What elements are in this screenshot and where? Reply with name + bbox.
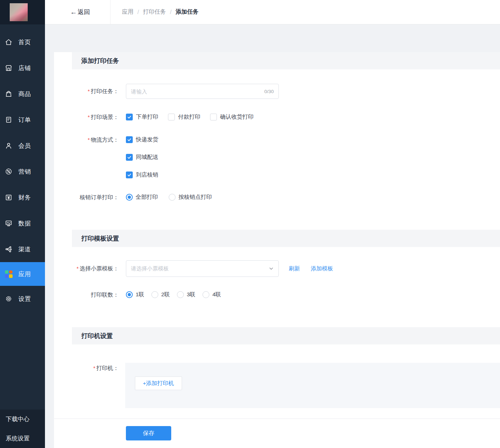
sidebar: 首页 店铺 商品 订单 会员 bbox=[0, 0, 45, 448]
required-mark: * bbox=[88, 114, 90, 120]
required-mark: * bbox=[88, 137, 90, 143]
checkbox-option-order-print[interactable]: 下单打印 bbox=[126, 113, 158, 121]
sidebar-item-data[interactable]: 数据 bbox=[0, 210, 45, 236]
breadcrumb-item-apps[interactable]: 应用 bbox=[122, 8, 133, 16]
back-button[interactable]: ← 返回 bbox=[45, 0, 110, 24]
sidebar-item-members[interactable]: 会员 bbox=[0, 133, 45, 159]
field-label: *打印机： bbox=[54, 363, 119, 372]
radio-unselected-icon[interactable] bbox=[177, 291, 184, 298]
radio-selected-icon[interactable] bbox=[126, 291, 133, 298]
save-area: 保存 bbox=[54, 419, 500, 440]
goods-icon bbox=[4, 90, 13, 98]
sidebar-header bbox=[0, 0, 45, 24]
chevron-down-icon bbox=[269, 266, 274, 271]
breadcrumb-item-print-tasks[interactable]: 打印任务 bbox=[143, 8, 166, 16]
store-icon bbox=[4, 64, 13, 72]
channels-icon bbox=[4, 245, 13, 253]
checkbox-option-instore-verify[interactable]: 到店核销 bbox=[126, 171, 158, 179]
radio-option-print-all[interactable]: 全部打印 bbox=[126, 193, 158, 201]
section-header-printer-settings: 打印机设置 bbox=[72, 327, 500, 344]
template-select[interactable]: 请选择小票模板 bbox=[126, 260, 279, 277]
save-button[interactable]: 保存 bbox=[126, 426, 171, 440]
radio-option-1-copy[interactable]: 1联 bbox=[126, 291, 144, 298]
main-content: 添加打印任务 *打印任务： 0/30 *打印场景： bbox=[45, 24, 500, 448]
radio-option-3-copies[interactable]: 3联 bbox=[177, 291, 195, 298]
apps-icon bbox=[4, 270, 13, 278]
add-printer-button[interactable]: +添加打印机 bbox=[135, 376, 182, 390]
add-template-link[interactable]: 添加模板 bbox=[311, 265, 333, 273]
section-title: 添加打印任务 bbox=[81, 56, 119, 65]
sidebar-item-label: 订单 bbox=[18, 116, 31, 124]
field-printer: *打印机： +添加打印机 bbox=[54, 363, 500, 408]
task-name-input[interactable] bbox=[131, 88, 262, 95]
checkbox-checked-icon[interactable] bbox=[126, 114, 133, 120]
sidebar-footer-label: 系统设置 bbox=[6, 435, 29, 443]
finance-icon bbox=[4, 193, 13, 202]
sidebar-item-finance[interactable]: 财务 bbox=[0, 184, 45, 210]
task-name-input-wrap: 0/30 bbox=[126, 84, 279, 99]
sidebar-footer-label: 下载中心 bbox=[6, 415, 29, 423]
settings-icon bbox=[4, 294, 13, 303]
section-header-add-print-task: 添加打印任务 bbox=[72, 52, 500, 69]
radio-unselected-icon[interactable] bbox=[203, 291, 209, 298]
checkbox-checked-icon[interactable] bbox=[126, 136, 133, 143]
sidebar-item-settings[interactable]: 设置 bbox=[0, 286, 45, 312]
radio-unselected-icon[interactable] bbox=[151, 291, 158, 298]
field-label: 打印联数： bbox=[54, 291, 119, 299]
field-logistics-method: *物流方式： 快递发货 同城配送 bbox=[54, 136, 500, 179]
field-label: *打印任务： bbox=[54, 87, 119, 95]
checkbox-unchecked-icon[interactable] bbox=[168, 114, 175, 120]
sidebar-item-download-center[interactable]: 下载中心 bbox=[0, 410, 45, 429]
radio-option-print-by-verify-point[interactable]: 按核销点打印 bbox=[169, 193, 212, 201]
breadcrumb-separator: / bbox=[137, 9, 139, 15]
field-label: *打印场景： bbox=[54, 113, 119, 121]
sidebar-item-goods[interactable]: 商品 bbox=[0, 81, 45, 107]
breadcrumb-item-add-task: 添加任务 bbox=[176, 8, 199, 16]
data-icon bbox=[4, 219, 13, 228]
sidebar-item-marketing[interactable]: 营销 bbox=[0, 159, 45, 184]
members-icon bbox=[4, 141, 13, 150]
checkbox-unchecked-icon[interactable] bbox=[210, 114, 217, 120]
section-title: 打印模板设置 bbox=[81, 234, 119, 243]
sidebar-item-label: 首页 bbox=[18, 38, 31, 46]
checkbox-option-express-delivery[interactable]: 快递发货 bbox=[126, 136, 158, 143]
char-counter: 0/30 bbox=[264, 89, 274, 94]
checkbox-option-local-delivery[interactable]: 同城配送 bbox=[126, 154, 158, 161]
checkbox-checked-icon[interactable] bbox=[126, 154, 133, 161]
sidebar-item-home[interactable]: 首页 bbox=[0, 29, 45, 55]
section-header-print-template: 打印模板设置 bbox=[72, 230, 500, 247]
topbar: ← 返回 应用 / 打印任务 / 添加任务 bbox=[45, 0, 500, 24]
refresh-link[interactable]: 刷新 bbox=[289, 265, 300, 273]
sidebar-item-store[interactable]: 店铺 bbox=[0, 55, 45, 81]
required-mark: * bbox=[77, 265, 79, 271]
sidebar-item-label: 商品 bbox=[18, 90, 31, 98]
checkbox-option-payment-print[interactable]: 付款打印 bbox=[168, 113, 200, 121]
sidebar-footer: 下载中心 系统设置 bbox=[0, 410, 45, 448]
radio-option-4-copies[interactable]: 4联 bbox=[203, 291, 221, 298]
back-arrow-icon: ← bbox=[70, 8, 77, 16]
sidebar-item-label: 数据 bbox=[18, 219, 31, 228]
sidebar-item-system-settings[interactable]: 系统设置 bbox=[0, 429, 45, 448]
avatar[interactable] bbox=[10, 3, 28, 21]
sidebar-item-label: 设置 bbox=[18, 295, 31, 303]
home-icon bbox=[4, 38, 13, 46]
required-mark: * bbox=[88, 88, 90, 94]
sidebar-item-orders[interactable]: 订单 bbox=[0, 107, 45, 133]
checkbox-option-confirm-receipt-print[interactable]: 确认收货打印 bbox=[210, 113, 254, 121]
sidebar-item-channels[interactable]: 渠道 bbox=[0, 236, 45, 262]
checkbox-checked-icon[interactable] bbox=[126, 172, 133, 178]
field-verify-order-print: 核销订单打印： 全部打印 按核销点打印 bbox=[54, 193, 500, 201]
marketing-icon bbox=[4, 167, 13, 176]
sidebar-item-label: 会员 bbox=[18, 142, 31, 150]
printer-panel: +添加打印机 bbox=[125, 363, 500, 408]
sidebar-item-apps[interactable]: 应用 bbox=[0, 262, 45, 286]
field-label: *选择小票模板： bbox=[54, 265, 119, 273]
radio-unselected-icon[interactable] bbox=[169, 194, 176, 201]
radio-option-2-copies[interactable]: 2联 bbox=[151, 291, 170, 298]
section-title: 打印机设置 bbox=[81, 332, 113, 340]
required-mark: * bbox=[93, 365, 95, 371]
field-print-copies: 打印联数： 1联 2联 3联 4联 bbox=[54, 291, 500, 299]
field-label: 核销订单打印： bbox=[54, 193, 119, 201]
radio-selected-icon[interactable] bbox=[126, 194, 133, 201]
field-print-scene: *打印场景： 下单打印 付款打印 确认收货打印 bbox=[54, 113, 500, 121]
